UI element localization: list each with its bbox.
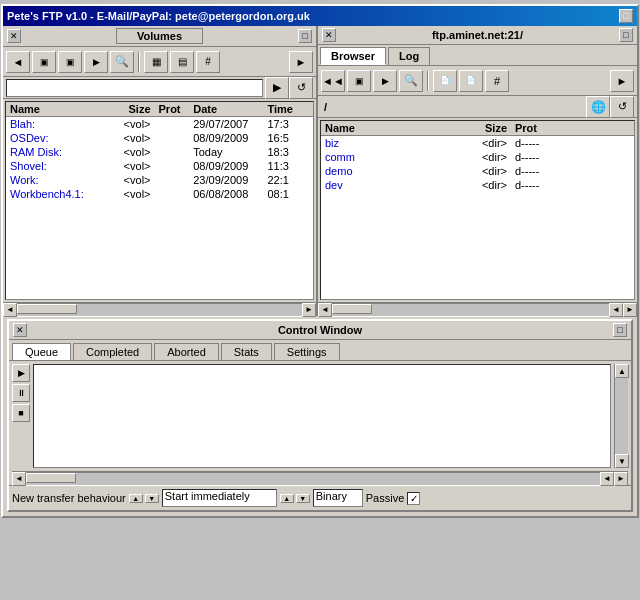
vol-btn2[interactable]: ▣: [32, 51, 56, 73]
browser-expand-button[interactable]: □: [619, 28, 633, 42]
vol-back-button[interactable]: ◄: [6, 51, 30, 73]
queue-play-button[interactable]: ▶: [12, 364, 30, 382]
table-row[interactable]: dev <dir> d-----: [321, 178, 634, 192]
table-row[interactable]: demo <dir> d-----: [321, 164, 634, 178]
ctrl-tab-stats[interactable]: Stats: [221, 343, 272, 360]
vol-scroll-thumb[interactable]: [17, 304, 77, 314]
vol-row-time-6: 08:1: [263, 187, 313, 201]
table-row[interactable]: Workbench4.1: <vol> 06/08/2008 08:1: [6, 187, 313, 201]
browser-file2-button[interactable]: 📄: [459, 70, 483, 92]
browser-current-path: /: [321, 101, 330, 113]
tab-browser[interactable]: Browser: [320, 47, 386, 65]
br-row-size-4: <dir>: [441, 178, 511, 192]
br-scroll-right-2[interactable]: ►: [623, 303, 637, 317]
volumes-expand-button[interactable]: □: [298, 29, 312, 43]
browser-close-button[interactable]: ✕: [322, 28, 336, 42]
vol-hash-button[interactable]: #: [196, 51, 220, 73]
mode-dropdown[interactable]: Binary: [313, 489, 363, 507]
col-header-time: Time: [263, 102, 313, 116]
mode-spinner-down[interactable]: ▼: [296, 494, 310, 503]
ctrl-tab-queue[interactable]: Queue: [12, 343, 71, 360]
queue-scroll-thumb[interactable]: [26, 473, 76, 483]
vol-row-size-5: <vol>: [100, 173, 154, 187]
vol-grid2-button[interactable]: ▤: [170, 51, 194, 73]
queue-v-scrollbar: ▲ ▼: [614, 364, 628, 468]
maximize-button[interactable]: □: [619, 9, 633, 23]
table-row[interactable]: RAM Disk: <vol> Today 18:3: [6, 145, 313, 159]
queue-list: [33, 364, 611, 468]
br-col-header-prot: Prot: [511, 121, 571, 135]
browser-h-scrollbar: ◄ ◄ ►: [318, 302, 637, 316]
vol-row-date-5: 23/09/2009: [189, 173, 263, 187]
queue-scroll-track-h[interactable]: [26, 472, 600, 486]
br-scroll-left[interactable]: ◄: [318, 303, 332, 317]
mode-spinner-up[interactable]: ▲: [280, 494, 294, 503]
browser-search-button[interactable]: 🔍: [399, 70, 423, 92]
table-row[interactable]: Shovel: <vol> 08/09/2009 11:3: [6, 159, 313, 173]
br-row-size-2: <dir>: [441, 150, 511, 164]
vol-path-refresh-button[interactable]: ↺: [289, 77, 313, 99]
table-row[interactable]: Work: <vol> 23/09/2009 22:1: [6, 173, 313, 187]
browser-panel: ✕ ftp.aminet.net:21/ □ Browser Log ◄◄ ▣ …: [318, 26, 637, 316]
br-col-header-name: Name: [321, 121, 441, 135]
browser-btn2[interactable]: ▣: [347, 70, 371, 92]
vol-scroll-left[interactable]: ◄: [3, 303, 17, 317]
vol-row-prot-5: [155, 179, 190, 181]
br-scroll-track[interactable]: [332, 303, 609, 317]
queue-scroll-right-2[interactable]: ►: [614, 472, 628, 486]
control-expand-button[interactable]: □: [613, 323, 627, 337]
table-row[interactable]: OSDev: <vol> 08/09/2009 16:5: [6, 131, 313, 145]
vol-scroll-track[interactable]: [17, 303, 302, 317]
control-window-title: Control Window: [27, 324, 613, 336]
behaviour-spinner-up[interactable]: ▲: [129, 494, 143, 503]
vol-fwd-button[interactable]: ►: [289, 51, 313, 73]
browser-btn3[interactable]: ▶: [373, 70, 397, 92]
browser-title-bar: ✕ ftp.aminet.net:21/ □: [318, 26, 637, 45]
vol-separator1: [138, 52, 140, 72]
vol-row-size-3: <vol>: [100, 145, 154, 159]
vol-scroll-right[interactable]: ►: [302, 303, 316, 317]
queue-scroll-up[interactable]: ▲: [615, 364, 629, 378]
browser-globe-button[interactable]: 🌐: [586, 96, 610, 118]
col-header-name: Name: [6, 102, 100, 116]
ctrl-tab-settings[interactable]: Settings: [274, 343, 340, 360]
browser-refresh-button[interactable]: ↺: [610, 96, 634, 118]
queue-stop-button[interactable]: ■: [12, 404, 30, 422]
queue-scroll-down[interactable]: ▼: [615, 454, 629, 468]
table-row[interactable]: biz <dir> d-----: [321, 136, 634, 150]
browser-fwd-button[interactable]: ►: [610, 70, 634, 92]
queue-scroll-left[interactable]: ◄: [12, 472, 26, 486]
ctrl-tab-aborted[interactable]: Aborted: [154, 343, 219, 360]
control-close-button[interactable]: ✕: [13, 323, 27, 337]
behaviour-spinner-down[interactable]: ▼: [145, 494, 159, 503]
ctrl-tab-completed[interactable]: Completed: [73, 343, 152, 360]
table-row[interactable]: Blah: <vol> 29/07/2007 17:3: [6, 117, 313, 131]
passive-checkbox[interactable]: ✓: [407, 492, 420, 505]
queue-pause-button[interactable]: ⏸: [12, 384, 30, 402]
queue-scroll-track[interactable]: [615, 378, 628, 454]
table-row[interactable]: comm <dir> d-----: [321, 150, 634, 164]
browser-toolbar: ◄◄ ▣ ▶ 🔍 📄 📄 # ►: [318, 66, 637, 96]
vol-row-size-1: <vol>: [100, 117, 154, 131]
volumes-close-button[interactable]: ✕: [7, 29, 21, 43]
transfer-bar: New transfer behaviour ▲ ▼ Start immedia…: [9, 485, 631, 510]
browser-file1-button[interactable]: 📄: [433, 70, 457, 92]
queue-scroll-right-1[interactable]: ◄: [600, 472, 614, 486]
vol-path-go-button[interactable]: ▶: [265, 77, 289, 99]
browser-hash-button[interactable]: #: [485, 70, 509, 92]
behaviour-dropdown[interactable]: Start immediately: [162, 489, 277, 507]
br-row-prot-4: d-----: [511, 178, 571, 192]
passive-label: Passive: [366, 492, 405, 504]
tab-log[interactable]: Log: [388, 47, 430, 65]
vol-row-prot-6: [155, 193, 190, 195]
br-row-size-3: <dir>: [441, 164, 511, 178]
vol-grid1-button[interactable]: ▦: [144, 51, 168, 73]
vol-search-button[interactable]: 🔍: [110, 51, 134, 73]
vol-btn3[interactable]: ▣: [58, 51, 82, 73]
br-scroll-right-1[interactable]: ◄: [609, 303, 623, 317]
volumes-path-input[interactable]: [6, 79, 263, 97]
br-scroll-thumb[interactable]: [332, 304, 372, 314]
vol-btn4[interactable]: ▶: [84, 51, 108, 73]
browser-back-button[interactable]: ◄◄: [321, 70, 345, 92]
vol-row-date-6: 06/08/2008: [189, 187, 263, 201]
